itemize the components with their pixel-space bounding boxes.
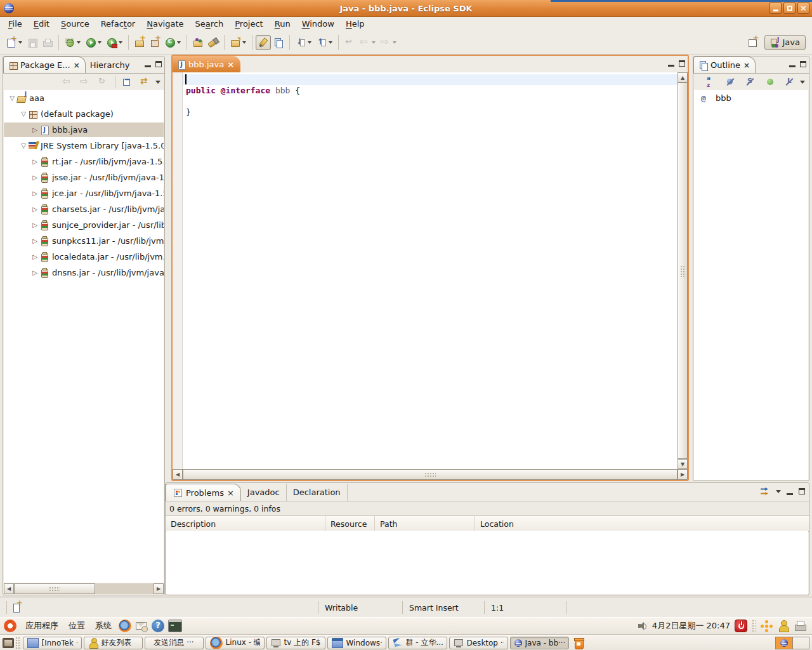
tree-item-jsse.jar[interactable]: ▷jsse.jar - /usr/lib/jvm/java-1 — [4, 169, 164, 185]
tab-hierarchy[interactable]: Hierarchy — [86, 56, 135, 73]
dropdown-arrow-icon[interactable] — [242, 41, 246, 46]
new-wizard-button[interactable] — [4, 35, 25, 50]
tab-close-icon[interactable]: × — [74, 62, 80, 69]
prev-ann-button[interactable] — [314, 35, 335, 50]
menu-project[interactable]: Project — [229, 18, 269, 30]
editor-vscrollbar[interactable]: ▲ ▼ — [678, 72, 688, 469]
debug-button[interactable] — [62, 35, 83, 50]
dropdown-arrow-icon[interactable] — [98, 41, 102, 46]
taskbar-window-innotek[interactable]: [InnoTek ··· — [23, 637, 82, 649]
workspace-2[interactable] — [792, 637, 809, 649]
expander-closed-icon[interactable]: ▷ — [30, 190, 39, 197]
mark-occurrences-button[interactable] — [256, 35, 271, 50]
code-line-3[interactable] — [183, 96, 678, 107]
title-bar[interactable]: Java - bbb.java - Eclipse SDK × — [0, 0, 812, 17]
maximize-view-icon[interactable] — [799, 488, 805, 494]
editor-hscrollbar[interactable]: ◀ ▶ — [173, 469, 688, 480]
taskbar-window-javabb[interactable]: Java - bb··· — [510, 637, 569, 649]
scroll-thumb[interactable] — [678, 83, 688, 459]
terminal-launcher-icon[interactable] — [168, 620, 182, 632]
volume-icon[interactable] — [638, 621, 648, 631]
close-button[interactable]: × — [797, 2, 809, 14]
tree-item-default[interactable]: ▽(default package) — [4, 106, 164, 122]
open-perspective-button[interactable] — [745, 35, 761, 50]
tab-outline[interactable]: Outline × — [693, 56, 756, 73]
trash-icon[interactable] — [573, 637, 584, 649]
tab-bbb-java[interactable]: bbb.java × — [173, 56, 240, 72]
new-java-project-button[interactable] — [132, 35, 147, 50]
dropdown-arrow-icon[interactable] — [308, 41, 311, 46]
expander-closed-icon[interactable]: ▷ — [30, 237, 39, 244]
gnome-menu-2[interactable]: 系统 — [90, 618, 117, 633]
menu-search[interactable]: Search — [190, 18, 230, 30]
tree-item-jce.jar[interactable]: ▷jce.jar - /usr/lib/jvm/java-1.5 — [4, 185, 164, 201]
tab-javadoc[interactable]: Javadoc — [241, 484, 287, 501]
help-launcher-icon[interactable] — [152, 620, 164, 632]
java-perspective-button[interactable]: Java — [764, 35, 806, 50]
view-menu-icon[interactable] — [800, 81, 805, 86]
fast-view-icon[interactable] — [12, 602, 22, 613]
minimize-view-icon[interactable] — [787, 488, 793, 495]
scroll-down-icon[interactable]: ▼ — [678, 459, 688, 469]
scroll-thumb[interactable] — [183, 469, 678, 480]
tree-item-aaa[interactable]: ▽aaa — [4, 90, 164, 106]
user-applet-icon[interactable] — [777, 620, 790, 632]
dropdown-arrow-icon[interactable] — [18, 41, 22, 46]
minimize-editor-icon[interactable] — [668, 60, 674, 67]
scroll-right-icon[interactable]: ▶ — [678, 469, 688, 480]
nonpublic-button[interactable] — [763, 74, 778, 90]
run-external-button[interactable] — [104, 35, 125, 50]
code-line-1[interactable] — [183, 74, 678, 85]
hide-fields-button[interactable] — [723, 74, 738, 90]
tree-item-charsets.jar[interactable]: ▷charsets.jar - /usr/lib/jvm/ja — [4, 201, 164, 217]
code-editor[interactable]: public @interface bbb {} — [183, 72, 678, 469]
tree-item-sunjce_provider.jar[interactable]: ▷sunjce_provider.jar - /usr/lib — [4, 217, 164, 233]
expander-closed-icon[interactable]: ▷ — [30, 126, 39, 133]
expander-closed-icon[interactable]: ▷ — [30, 253, 39, 260]
scroll-thumb[interactable] — [14, 583, 95, 594]
dropdown-arrow-icon[interactable] — [177, 41, 181, 46]
view-menu-icon[interactable] — [155, 81, 160, 86]
code-line-2[interactable]: public @interface bbb { — [183, 85, 678, 96]
sort-button[interactable] — [704, 74, 719, 90]
package-explorer-hscrollbar[interactable]: ◀ ▶ — [4, 583, 164, 594]
menu-source[interactable]: Source — [55, 18, 95, 30]
filter-icon[interactable] — [760, 486, 770, 496]
minimize-view-icon[interactable] — [789, 60, 796, 67]
menu-edit[interactable]: Edit — [28, 18, 55, 30]
dropdown-arrow-icon[interactable] — [77, 41, 81, 46]
scroll-left-icon[interactable]: ◀ — [173, 469, 183, 480]
printer-applet-icon[interactable] — [794, 620, 807, 632]
taskbar-window-windows[interactable]: Windows··· — [327, 637, 386, 649]
tree-item-dnsns.jar[interactable]: ▷dnsns.jar - /usr/lib/jvm/java — [4, 265, 164, 281]
maximize-editor-icon[interactable] — [679, 60, 685, 67]
menu-window[interactable]: Window — [296, 18, 340, 30]
taskbar-window-btn[interactable]: 发送消息 ··· — [145, 637, 204, 649]
clock[interactable]: 4月2日星期一 20:47 — [652, 620, 730, 632]
tab-package-explorer[interactable]: Package E... × — [3, 56, 86, 73]
menu-help[interactable]: Help — [340, 18, 370, 30]
new-package-button[interactable] — [147, 35, 162, 50]
tree-item-rt.jar[interactable]: ▷rt.jar - /usr/lib/jvm/java-1.5. — [4, 154, 164, 169]
tab-declaration[interactable]: Declaration — [287, 484, 348, 501]
expander-closed-icon[interactable]: ▷ — [30, 269, 39, 276]
workspace-switcher[interactable] — [775, 637, 809, 649]
menu-refactor[interactable]: Refactor — [95, 18, 141, 30]
dropdown-arrow-icon[interactable] — [329, 41, 332, 46]
menu-run[interactable]: Run — [269, 18, 296, 30]
menu-navigate[interactable]: Navigate — [141, 18, 189, 30]
column-resource[interactable]: Resource — [325, 516, 375, 531]
outline-item-bbb[interactable]: bbb — [694, 90, 808, 106]
dropdown-arrow-icon[interactable] — [393, 41, 396, 46]
new-class-button[interactable] — [162, 35, 183, 50]
scroll-left-icon[interactable]: ◀ — [4, 583, 14, 594]
link-editor-button[interactable] — [138, 74, 153, 90]
column-location[interactable]: Location — [475, 516, 809, 531]
minimize-button[interactable] — [769, 2, 782, 14]
show-selected-button[interactable] — [271, 35, 286, 50]
taskbar-window-linux[interactable]: Linux - 编... — [206, 637, 265, 649]
tree-item-localedata.jar[interactable]: ▷localedata.jar - /usr/lib/jvm, — [4, 249, 164, 265]
tab-close-icon[interactable]: × — [743, 62, 750, 69]
expander-open-icon[interactable]: ▽ — [19, 110, 28, 117]
run-button[interactable] — [83, 35, 104, 50]
